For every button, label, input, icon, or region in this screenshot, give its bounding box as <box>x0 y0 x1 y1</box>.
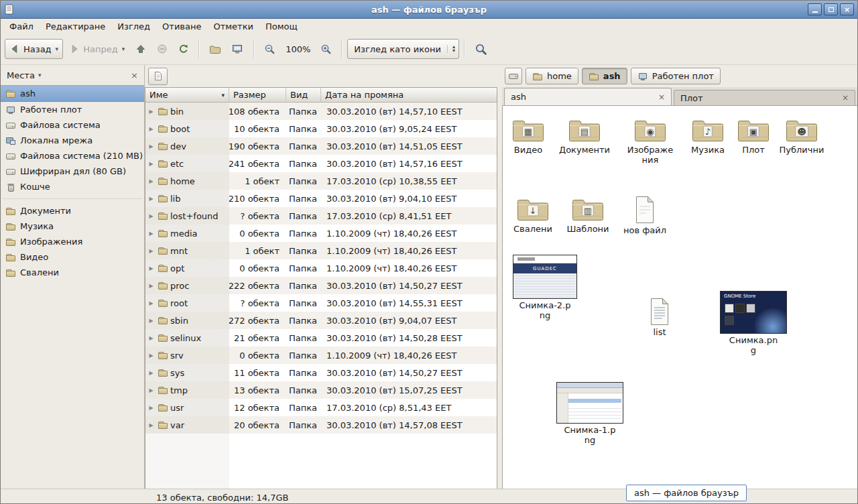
expander-icon[interactable]: ▶ <box>147 422 156 428</box>
tab-plot[interactable]: Плот × <box>674 90 855 105</box>
sidebar-item[interactable]: Документи <box>1 203 144 218</box>
path-button-ash[interactable]: ash <box>582 68 627 84</box>
menu-item-go[interactable]: Отиване <box>156 20 207 33</box>
sidebar-item[interactable]: Локална мрежа <box>1 133 144 148</box>
titlebar[interactable]: ash — файлов браузър × <box>1 1 857 19</box>
expander-icon[interactable]: ▶ <box>147 318 156 324</box>
expander-icon[interactable]: ▶ <box>147 405 156 411</box>
search-button[interactable] <box>470 39 492 59</box>
icon-view-item[interactable]: ▦Видео <box>503 117 554 155</box>
sidebar-item[interactable]: Файлова система <box>1 117 144 133</box>
table-row[interactable]: ▶var20 обектаПапка30.03.2010 (вт) 14,57,… <box>145 416 497 434</box>
icon-view-item[interactable]: Снимка-1.png <box>555 382 625 445</box>
sidebar-item[interactable]: Кошче <box>1 179 144 194</box>
table-row[interactable]: ▶selinux21 обектаПапка30.03.2010 (вт) 14… <box>145 329 497 346</box>
icon-view-item[interactable]: ▣Плот <box>728 117 779 155</box>
table-row[interactable]: ▶mnt1 обектПапка1.10.2009 (чт) 18,40,26 … <box>145 242 497 259</box>
sidebar-item[interactable]: Работен плот <box>1 102 144 117</box>
pane-splitter[interactable] <box>497 65 502 489</box>
table-row[interactable]: ▶root? обектаПапка30.03.2010 (вт) 14,55,… <box>145 294 497 312</box>
sidebar-close-icon[interactable]: × <box>131 70 138 80</box>
forward-button[interactable]: Напред ▾ <box>64 39 129 59</box>
sidebar-item[interactable]: ash <box>1 85 144 102</box>
table-row[interactable]: ▶tmp13 обектаПапка30.03.2010 (вт) 15,07,… <box>145 381 497 399</box>
icon-view-item[interactable]: GUADECСнимка-2.png <box>510 255 580 320</box>
home-button[interactable] <box>204 39 226 59</box>
sidebar-item[interactable]: Музика <box>1 218 144 234</box>
menu-item-help[interactable]: Помощ <box>259 20 304 33</box>
expander-icon[interactable]: ▶ <box>147 109 156 115</box>
column-header-type[interactable]: Вид <box>286 88 321 103</box>
minimize-button[interactable] <box>808 3 822 15</box>
sidebar-title[interactable]: Места <box>7 70 35 80</box>
table-row[interactable]: ▶sys11 обектаПапка30.03.2010 (вт) 14,50,… <box>145 364 497 381</box>
expander-icon[interactable]: ▶ <box>147 353 156 359</box>
icon-view[interactable]: ▦Видео▤Документи◉Изображения♪Музика▣Плот… <box>502 106 857 489</box>
chevron-down-icon[interactable]: ▾ <box>38 72 42 78</box>
zoom-in-button[interactable] <box>316 39 336 59</box>
table-row[interactable]: ▶sbin272 обектаПапка30.03.2010 (вт) 9,04… <box>145 312 497 329</box>
sidebar-item[interactable]: Шифриран дял (80 GB) <box>1 164 144 179</box>
table-row[interactable]: ▶lib210 обектаПапка30.03.2010 (вт) 9,04,… <box>145 190 497 207</box>
path-button-home[interactable]: home <box>526 68 578 84</box>
icon-view-item[interactable]: GNOME StoreСнимка.png <box>719 291 788 355</box>
table-row[interactable]: ▶bin108 обектаПапка30.03.2010 (вт) 14,57… <box>145 103 497 120</box>
zoom-out-button[interactable] <box>259 39 280 59</box>
expander-icon[interactable]: ▶ <box>147 248 156 254</box>
column-header-name[interactable]: Име ▾ <box>145 88 229 103</box>
expander-icon[interactable]: ▶ <box>147 143 156 149</box>
table-row[interactable]: ▶proc222 обектаПапка30.03.2010 (вт) 14,5… <box>145 277 497 294</box>
tab-close-icon[interactable]: × <box>658 93 665 101</box>
table-row[interactable]: ▶opt0 обектаПапка1.10.2009 (чт) 18,40,26… <box>145 259 497 277</box>
icon-view-item[interactable]: ☻Публични <box>776 117 827 155</box>
menu-item-edit[interactable]: Редактиране <box>40 20 111 33</box>
reload-button[interactable] <box>174 39 194 59</box>
column-header-size[interactable]: Размер <box>229 88 286 103</box>
icon-view-item[interactable]: ↓Свалени <box>507 196 558 235</box>
path-button-desktop[interactable]: Работен плот <box>631 68 721 84</box>
expander-icon[interactable]: ▶ <box>147 213 156 219</box>
table-row[interactable]: ▶dev190 обектаПапка30.03.2010 (вт) 14,51… <box>145 137 497 155</box>
stop-button[interactable] <box>152 39 172 59</box>
expander-icon[interactable]: ▶ <box>147 178 156 184</box>
icon-view-item[interactable]: нов файл <box>619 196 670 236</box>
icon-view-item[interactable]: ◉Изображения <box>625 117 676 165</box>
sidebar-item[interactable]: Изображения <box>1 234 144 249</box>
chevron-down-icon[interactable]: ▾ <box>56 46 59 52</box>
table-row[interactable]: ▶lost+found? обектаПапка17.03.2010 (ср) … <box>145 207 497 225</box>
tab-close-icon[interactable]: × <box>842 94 849 102</box>
table-row[interactable]: ▶home1 обектПапка17.03.2010 (ср) 10,38,5… <box>145 172 497 190</box>
table-row[interactable]: ▶media0 обектаПапка1.10.2009 (чт) 18,40,… <box>145 225 497 242</box>
table-row[interactable]: ▶boot10 обектаПапка30.03.2010 (вт) 9,05,… <box>145 120 497 137</box>
table-row[interactable]: ▶usr12 обектаПапка17.03.2010 (ср) 8,51,4… <box>145 399 497 416</box>
icon-view-item[interactable]: ▥Шаблони <box>562 196 613 235</box>
tab-ash[interactable]: ash × <box>504 88 672 105</box>
expander-icon[interactable]: ▶ <box>147 265 156 271</box>
menu-item-view[interactable]: Изглед <box>111 20 156 33</box>
expander-icon[interactable]: ▶ <box>147 283 156 289</box>
expander-icon[interactable]: ▶ <box>147 161 156 167</box>
sidebar-item[interactable]: Видео <box>1 249 144 265</box>
computer-button[interactable] <box>227 39 249 59</box>
maximize-button[interactable] <box>824 3 838 15</box>
view-mode-select[interactable]: Изглед като икони ▴▾ <box>347 39 459 59</box>
expander-icon[interactable]: ▶ <box>147 300 156 306</box>
back-button[interactable]: Назад ▾ <box>5 39 63 59</box>
close-button[interactable]: × <box>840 3 854 15</box>
sidebar-item[interactable]: Файлова система (210 MB) <box>1 148 144 164</box>
location-toggle-button[interactable] <box>148 68 168 85</box>
menu-item-file[interactable]: Файл <box>3 20 40 33</box>
expander-icon[interactable]: ▶ <box>147 387 156 393</box>
path-root-button[interactable] <box>505 68 522 84</box>
combo-arrows-icon[interactable]: ▴▾ <box>447 45 455 53</box>
icon-view-item[interactable]: list <box>634 298 685 338</box>
expander-icon[interactable]: ▶ <box>147 196 156 202</box>
expander-icon[interactable]: ▶ <box>147 231 156 237</box>
icon-view-item[interactable]: ♪Музика <box>682 117 733 155</box>
expander-icon[interactable]: ▶ <box>147 126 156 132</box>
up-button[interactable] <box>131 39 151 59</box>
expander-icon[interactable]: ▶ <box>147 370 156 376</box>
sidebar-item[interactable]: Свалени <box>1 265 144 280</box>
menu-item-bookmarks[interactable]: Отметки <box>207 20 259 33</box>
table-row[interactable]: ▶srv0 обектаПапка1.10.2009 (чт) 18,40,26… <box>145 346 497 364</box>
